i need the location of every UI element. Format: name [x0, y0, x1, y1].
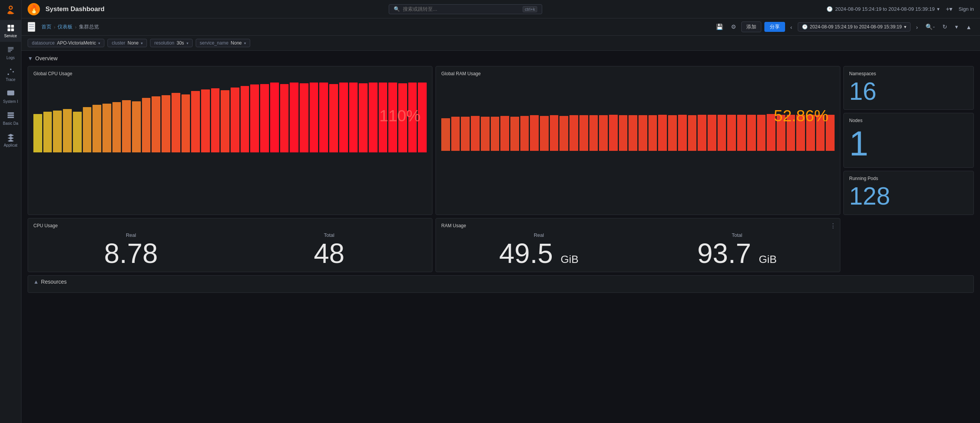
sidebar-item-system[interactable]: System I: [0, 86, 21, 107]
sidebar-item-app-label: Applicat: [4, 143, 18, 147]
svg-rect-4: [7, 28, 10, 31]
cpu-bar: [102, 104, 111, 152]
cpu-usage-title: CPU Usage: [33, 223, 427, 228]
ram-bar: [648, 115, 657, 151]
svg-point-6: [7, 74, 9, 75]
filter-datasource[interactable]: datasource APO-VictoriaMetric ▾: [28, 39, 104, 47]
svg-point-1: [10, 7, 12, 8]
share-button[interactable]: 分享: [764, 22, 785, 32]
ram-usage-panel: RAM Usage ⋮ Real 49.5 GiB Total 93.7: [436, 218, 840, 272]
filter-datasource-label: datasource: [32, 40, 54, 46]
svg-point-7: [10, 69, 12, 70]
cpu-usage-panel: CPU Usage Real 8.78 Total 48: [28, 218, 432, 272]
cpu-bar: [339, 83, 348, 152]
cpu-bar: [319, 83, 328, 152]
refresh-options-button[interactable]: ▾: [953, 22, 960, 32]
sidebar-item-logs[interactable]: Logs: [0, 42, 21, 64]
add-panel-button[interactable]: 添加: [741, 21, 761, 32]
overview-section-header[interactable]: ▼ Overview: [28, 55, 974, 61]
cpu-chart-title: Global CPU Usage: [33, 71, 427, 76]
breadcrumb-home[interactable]: 首页: [41, 23, 51, 30]
time-range-chevron: ▾: [904, 24, 906, 30]
sidebar-item-trace[interactable]: Trace: [0, 64, 21, 86]
filter-service-name[interactable]: service_name None ▾: [196, 39, 250, 47]
breadcrumb-sep-2: ›: [75, 24, 76, 30]
ram-bar: [718, 115, 726, 151]
ram-total-unit: GiB: [759, 253, 777, 265]
filter-row: datasource APO-VictoriaMetric ▾ cluster …: [21, 36, 980, 51]
ram-bar: [698, 115, 706, 151]
topbar-time-chevron: ▾: [937, 6, 940, 12]
ram-bar: [629, 115, 637, 151]
add-icon[interactable]: +▾: [946, 5, 952, 13]
cpu-chart-value: 110%: [379, 107, 421, 125]
sidebar: Service Logs Trace System I Basic Da App…: [0, 0, 21, 423]
ram-bar: [559, 116, 568, 151]
sidebar-item-service[interactable]: Service: [0, 20, 21, 42]
menu-button[interactable]: ☰: [28, 22, 35, 32]
ram-bar: [609, 115, 618, 151]
ram-bar: [737, 115, 746, 151]
cpu-bar: [201, 89, 210, 152]
sidebar-item-app[interactable]: Applicat: [0, 129, 21, 151]
filter-resolution-label: resolution: [154, 40, 174, 46]
dashboard-grid: Global CPU Usage 110% Global RAM Usage 5…: [28, 66, 974, 272]
search-input[interactable]: [403, 6, 519, 12]
overview-title: Overview: [35, 55, 58, 61]
refresh-button[interactable]: ↻: [940, 22, 950, 32]
save-button[interactable]: 💾: [714, 22, 726, 32]
sidebar-item-service-label: Service: [4, 34, 17, 38]
filter-cluster[interactable]: cluster None ▾: [107, 39, 147, 47]
dashboard-content: ▼ Overview Global CPU Usage 110% Global …: [21, 51, 980, 297]
nav-back-button[interactable]: ‹: [788, 22, 795, 32]
nav-forward-button[interactable]: ›: [914, 22, 920, 32]
filter-service-name-value: None: [231, 40, 242, 46]
ram-bar: [579, 115, 588, 151]
cpu-total-label: Total: [232, 232, 427, 238]
namespaces-label: Namespaces: [849, 71, 968, 76]
ram-chart-title: Global RAM Usage: [441, 71, 835, 76]
sidebar-item-basic[interactable]: Basic Da: [0, 107, 21, 129]
sign-in-btn[interactable]: Sign in: [959, 6, 974, 12]
ram-bar: [638, 115, 647, 151]
zoom-out-button[interactable]: 🔍-: [923, 22, 937, 32]
svg-rect-2: [7, 25, 10, 28]
ram-total-value: 93.7 GiB: [640, 240, 835, 267]
ram-bar: [550, 115, 559, 151]
time-icon: 🕐: [802, 24, 808, 30]
filter-resolution[interactable]: resolution 30s ▾: [150, 39, 192, 47]
svg-point-8: [12, 71, 14, 73]
collapse-button[interactable]: ▲: [964, 22, 974, 32]
svg-rect-9: [7, 91, 14, 96]
ram-bar: [441, 118, 450, 151]
cpu-bar: [359, 83, 368, 152]
time-range-label: 2024-08-09 15:24:19 to 2024-08-09 15:39:…: [810, 24, 902, 30]
nodes-panel: Nodes 1: [843, 113, 974, 168]
cpu-bar: [181, 94, 190, 152]
ram-panel-menu-button[interactable]: ⋮: [830, 222, 836, 230]
search-bar[interactable]: 🔍 ctrl+k: [389, 4, 542, 14]
cpu-bar: [132, 101, 141, 152]
resources-section: ▲ Resources: [28, 275, 974, 293]
ram-bar: [757, 115, 766, 151]
ram-total-number: 93.7: [697, 238, 751, 269]
ram-usage-grid: Real 49.5 GiB Total 93.7 GiB: [441, 232, 835, 267]
filter-cluster-value: None: [128, 40, 139, 46]
cpu-bar: [329, 84, 338, 152]
settings-button[interactable]: ⚙: [729, 22, 738, 32]
cpu-bar: [63, 109, 72, 152]
page-title: System Dashboard: [45, 5, 104, 13]
topbar-time-range[interactable]: 🕐 2024-08-09 15:24:19 to 2024-08-09 15:3…: [827, 6, 940, 12]
cpu-bar: [310, 83, 318, 152]
resources-collapse-icon: ▲: [33, 279, 39, 285]
filter-service-name-chevron: ▾: [244, 41, 246, 45]
time-range-selector[interactable]: 🕐 2024-08-09 15:24:19 to 2024-08-09 15:3…: [798, 22, 911, 31]
svg-rect-5: [11, 28, 13, 31]
running-pods-panel: Running Pods 128: [843, 171, 974, 215]
secondary-toolbar: ☰ 首页 › 仪表板 › 集群总览 💾 ⚙ 添加 分享 ‹ 🕐 2024-08-…: [21, 18, 980, 36]
breadcrumb-dashboards[interactable]: 仪表板: [58, 23, 73, 30]
resources-section-header[interactable]: ▲ Resources: [33, 279, 968, 285]
search-shortcut: ctrl+k: [523, 6, 538, 12]
ram-real-block: Real 49.5 GiB: [441, 232, 637, 267]
right-stats-column: Namespaces 16 Nodes 1 Running Pods 128: [843, 66, 974, 215]
